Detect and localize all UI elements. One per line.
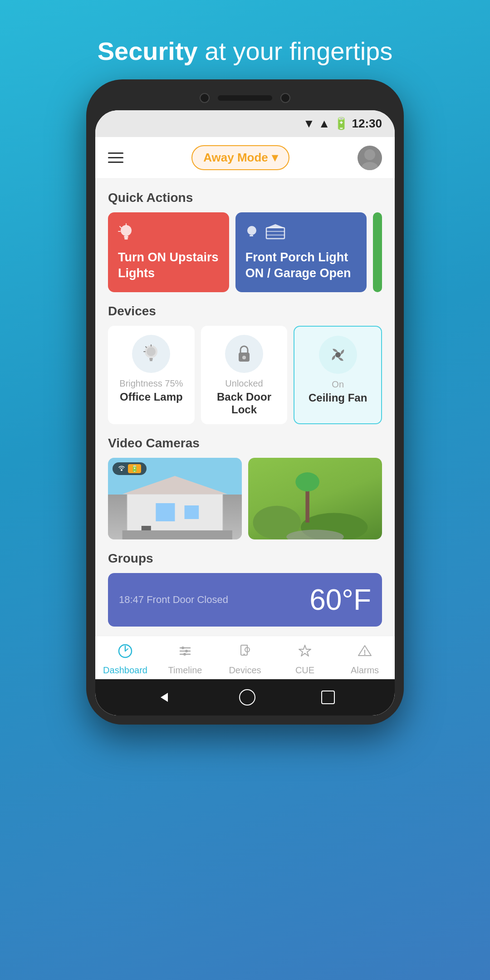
bottom-nav: Dashboard Timeline (95, 636, 395, 679)
back-door-lock-name: Back Door Lock (208, 391, 280, 416)
video-cameras-title: Video Cameras (95, 424, 395, 458)
svg-point-22 (242, 356, 246, 359)
recents-button[interactable] (321, 691, 335, 704)
group-event-text: 18:47 Front Door Closed (119, 594, 228, 606)
svg-line-6 (120, 226, 121, 228)
ceiling-fan-status: On (332, 379, 344, 390)
svg-rect-26 (156, 503, 175, 521)
device-office-lamp[interactable]: Brightness 75% Office Lamp (108, 326, 195, 424)
nav-item-timeline[interactable]: Timeline (155, 643, 215, 676)
speaker-bar (218, 95, 272, 101)
camera-card-1[interactable]: 🔋 (108, 458, 242, 539)
devices-section: Devices (95, 292, 395, 424)
group-temperature: 60°F (309, 583, 371, 617)
svg-point-49 (364, 654, 366, 655)
groups-card[interactable]: 18:47 Front Door Closed 60°F (108, 573, 382, 627)
groups-section: Groups 18:47 Front Door Closed 60°F (95, 539, 395, 627)
header-bold: Security (98, 37, 198, 65)
action-card-porch-garage[interactable]: Front Porch Light ON / Garage Open (235, 212, 367, 292)
svg-rect-29 (122, 530, 232, 539)
camera-card-2[interactable] (248, 458, 382, 539)
action-card-label-upstairs: Turn ON Upstairs Lights (118, 250, 219, 281)
svg-point-39 (181, 647, 184, 649)
groups-title: Groups (95, 539, 395, 573)
hamburger-menu[interactable] (108, 152, 123, 163)
battery-icon: 🔋 (334, 117, 348, 131)
phone-notch (95, 88, 395, 110)
svg-point-1 (362, 162, 378, 170)
porch-garage-icons (245, 223, 357, 243)
office-lamp-name: Office Lamp (120, 391, 183, 403)
nav-label-timeline: Timeline (168, 665, 202, 676)
timeline-icon (177, 643, 193, 662)
svg-marker-25 (122, 476, 228, 494)
nav-label-dashboard: Dashboard (103, 665, 147, 676)
devices-row: Brightness 75% Office Lamp Unlocked (95, 326, 395, 424)
app-header: Away Mode ▾ (95, 137, 395, 179)
svg-rect-16 (149, 358, 153, 360)
svg-point-15 (147, 347, 156, 356)
video-cameras-section: Video Cameras (95, 424, 395, 539)
camera-badge-1: 🔋 (113, 462, 147, 475)
nav-item-dashboard[interactable]: Dashboard (95, 643, 155, 676)
svg-point-40 (185, 650, 188, 652)
svg-point-2 (121, 225, 132, 236)
cue-icon (297, 643, 313, 662)
nav-item-devices[interactable]: Devices (215, 643, 275, 676)
svg-rect-17 (150, 360, 152, 361)
light-bulb-icon (118, 223, 219, 243)
svg-point-43 (244, 654, 245, 655)
ceiling-fan-name: Ceiling Fan (309, 392, 367, 404)
devices-title: Devices (95, 292, 395, 326)
chevron-down-icon: ▾ (272, 151, 278, 165)
page-header: Security at your fingertips (61, 0, 429, 79)
svg-line-19 (146, 347, 147, 348)
svg-marker-46 (299, 645, 311, 656)
home-button[interactable] (239, 689, 255, 706)
status-bar: ▼ ▲ 🔋 12:30 (95, 110, 395, 137)
back-button[interactable] (155, 688, 173, 706)
svg-rect-10 (266, 228, 284, 239)
nav-item-alarms[interactable]: Alarms (335, 643, 395, 676)
camera-dot-left (200, 93, 210, 103)
phone-shell: ▼ ▲ 🔋 12:30 Away Mode ▾ (86, 79, 404, 725)
camera-battery-icon: 🔋 (128, 464, 141, 473)
svg-marker-11 (266, 224, 284, 228)
svg-point-41 (183, 653, 186, 656)
svg-rect-4 (124, 238, 128, 240)
svg-rect-3 (124, 236, 128, 238)
avatar[interactable] (358, 146, 382, 170)
dashboard-icon (118, 643, 133, 662)
fan-icon (319, 336, 357, 374)
svg-point-33 (295, 472, 319, 491)
device-ceiling-fan[interactable]: On Ceiling Fan (294, 326, 382, 424)
nav-item-cue[interactable]: CUE (275, 643, 335, 676)
nav-label-devices: Devices (229, 665, 261, 676)
devices-icon (237, 643, 253, 662)
android-nav-bar (95, 679, 395, 715)
back-door-lock-status: Unlocked (225, 378, 263, 389)
quick-actions-row: Turn ON Upstairs Lights (95, 212, 395, 292)
status-time: 12:30 (352, 117, 382, 131)
header-rest: at your fingertips (198, 37, 393, 65)
nav-label-alarms: Alarms (351, 665, 379, 676)
office-lamp-icon (132, 335, 170, 373)
quick-actions-title: Quick Actions (95, 179, 395, 212)
mode-label: Away Mode (203, 151, 268, 165)
svg-point-0 (364, 149, 375, 160)
away-mode-button[interactable]: Away Mode ▾ (191, 145, 289, 170)
action-card-upstairs-lights[interactable]: Turn ON Upstairs Lights (108, 212, 229, 292)
svg-rect-27 (185, 505, 199, 519)
svg-rect-9 (250, 235, 253, 236)
camera-dot-right (280, 93, 290, 103)
action-card-green[interactable] (373, 212, 382, 292)
svg-point-8 (247, 226, 256, 235)
alarms-icon (357, 643, 372, 662)
device-back-door-lock[interactable]: Unlocked Back Door Lock (201, 326, 288, 424)
wifi-icon: ▼ (303, 117, 315, 131)
cameras-row: 🔋 (95, 458, 395, 539)
app-content: Quick Actions (95, 179, 395, 636)
quick-actions-section: Quick Actions (95, 179, 395, 292)
svg-marker-50 (161, 693, 168, 702)
svg-point-23 (335, 352, 341, 358)
